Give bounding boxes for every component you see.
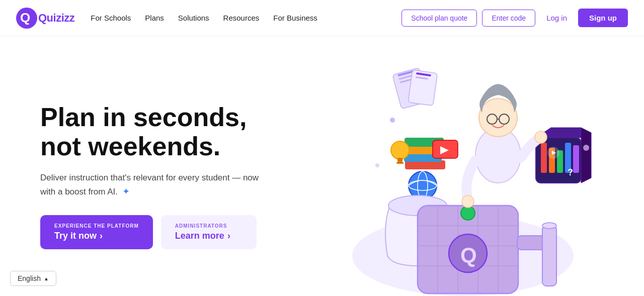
administrators-arrow-icon: ›	[227, 231, 230, 241]
login-button[interactable]: Log in	[540, 10, 573, 26]
nav-plans[interactable]: Plans	[145, 14, 164, 22]
language-arrow-icon: ▲	[44, 276, 49, 281]
logo[interactable]: Q Quizizz	[16, 8, 74, 29]
nav-solutions[interactable]: Solutions	[178, 14, 209, 22]
svg-rect-42	[573, 145, 579, 173]
svg-rect-19	[396, 162, 404, 164]
enter-code-button[interactable]: Enter code	[482, 10, 535, 27]
svg-rect-35	[542, 226, 556, 286]
nav-links: For Schools Plans Solutions Resources Fo…	[91, 14, 401, 22]
hero-illustration-svg: Q ?	[312, 65, 594, 296]
svg-point-36	[542, 223, 556, 229]
svg-point-52	[535, 131, 547, 143]
hero-title: Plan in seconds, not weekends.	[40, 103, 302, 160]
svg-point-54	[390, 118, 395, 123]
experience-arrow-icon: ›	[100, 231, 103, 241]
nav-for-business[interactable]: For Business	[273, 14, 317, 22]
experience-platform-label-main: Try it now ›	[54, 231, 139, 241]
svg-text:Q: Q	[20, 10, 30, 25]
svg-point-47	[479, 98, 517, 137]
svg-rect-18	[397, 158, 403, 162]
svg-point-51	[462, 195, 474, 208]
svg-text:Q: Q	[460, 243, 477, 267]
svg-point-53	[583, 145, 589, 151]
svg-point-55	[375, 163, 379, 167]
svg-point-17	[391, 141, 409, 159]
experience-platform-button[interactable]: EXPERIENCE THE PLATFORM Try it now ›	[40, 215, 153, 249]
language-selector[interactable]: English ▲	[10, 271, 56, 286]
hero-buttons: EXPERIENCE THE PLATFORM Try it now › ADM…	[40, 215, 302, 249]
svg-text:?: ?	[568, 167, 573, 177]
hero-content: Plan in seconds, not weekends. Deliver i…	[40, 103, 302, 249]
logo-text: Quizizz	[38, 12, 74, 25]
navbar: Q Quizizz For Schools Plans Solutions Re…	[0, 0, 644, 36]
hero-subtitle: Deliver instruction that's relevant for …	[40, 171, 262, 199]
hero-illustration: Q ?	[302, 56, 604, 296]
language-label: English	[18, 274, 41, 282]
nav-for-schools[interactable]: For Schools	[91, 14, 131, 22]
signup-button[interactable]: Sign up	[578, 9, 628, 27]
hero-section: Plan in seconds, not weekends. Deliver i…	[0, 36, 644, 296]
administrators-button[interactable]: ADMINISTRATORS Learn more ›	[161, 215, 257, 249]
nav-resources[interactable]: Resources	[223, 14, 260, 22]
ai-spark-icon: ✦	[122, 184, 130, 199]
illustration-container: Q ?	[312, 65, 594, 296]
administrators-label-top: ADMINISTRATORS	[175, 223, 243, 229]
quizizz-logo-icon: Q	[16, 8, 37, 29]
experience-platform-label-top: EXPERIENCE THE PLATFORM	[54, 223, 139, 229]
school-plan-quote-button[interactable]: School plan quote	[401, 10, 477, 27]
svg-rect-38	[541, 143, 547, 173]
nav-actions: School plan quote Enter code Log in Sign…	[401, 9, 628, 27]
svg-point-33	[461, 206, 475, 220]
administrators-label-main: Learn more ›	[175, 231, 243, 241]
